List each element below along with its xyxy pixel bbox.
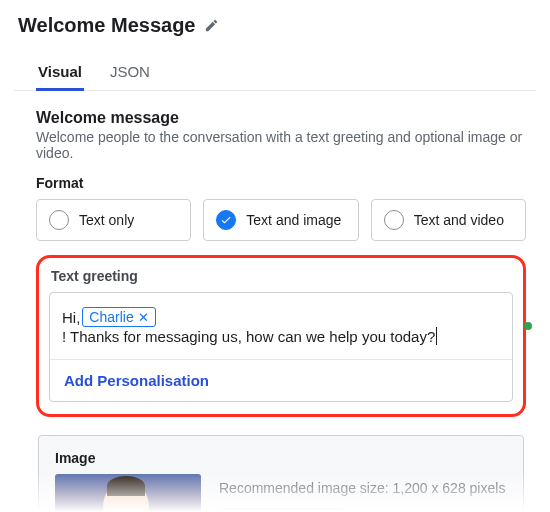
text-caret <box>436 327 437 345</box>
image-thumbnail[interactable] <box>55 474 201 512</box>
image-section: Image Recommended image size: 1,200 x 62… <box>38 435 524 512</box>
personalisation-chip[interactable]: Charlie ✕ <box>82 307 155 327</box>
add-personalisation-button[interactable]: Add Personalisation <box>50 360 512 401</box>
section-heading: Welcome message <box>36 109 526 127</box>
greeting-suffix: ! Thanks for messaging us, how can we he… <box>62 328 435 345</box>
text-greeting-label: Text greeting <box>51 268 513 284</box>
tab-visual[interactable]: Visual <box>38 51 82 90</box>
text-greeting-card: Hi, Charlie ✕ ! Thanks for messaging us,… <box>49 292 513 402</box>
format-label: Format <box>36 175 526 191</box>
image-recommendation: Recommended image size: 1,200 x 628 pixe… <box>219 480 505 496</box>
status-dot-icon <box>524 322 532 330</box>
image-label: Image <box>55 450 507 466</box>
greeting-prefix: Hi, <box>62 309 80 326</box>
text-greeting-input[interactable]: Hi, Charlie ✕ ! Thanks for messaging us,… <box>50 293 512 359</box>
format-option-label: Text only <box>79 212 134 228</box>
section-subtext: Welcome people to the conversation with … <box>36 129 526 161</box>
format-text-and-video[interactable]: Text and video <box>371 199 526 241</box>
tab-json[interactable]: JSON <box>110 51 150 90</box>
radio-icon <box>49 210 69 230</box>
editor-tabs: Visual JSON <box>14 51 536 91</box>
format-text-and-image[interactable]: Text and image <box>203 199 358 241</box>
change-image-button[interactable]: Change Image <box>219 508 345 512</box>
edit-icon[interactable] <box>204 18 219 33</box>
format-options: Text only Text and image Text and video <box>36 199 526 241</box>
format-text-only[interactable]: Text only <box>36 199 191 241</box>
page-title: Welcome Message <box>18 14 196 37</box>
chip-label: Charlie <box>89 309 133 325</box>
close-icon[interactable]: ✕ <box>138 310 149 325</box>
text-greeting-callout: Text greeting Hi, Charlie ✕ ! Thanks for… <box>36 255 526 417</box>
format-option-label: Text and video <box>414 212 504 228</box>
radio-checked-icon <box>216 210 236 230</box>
format-option-label: Text and image <box>246 212 341 228</box>
radio-icon <box>384 210 404 230</box>
